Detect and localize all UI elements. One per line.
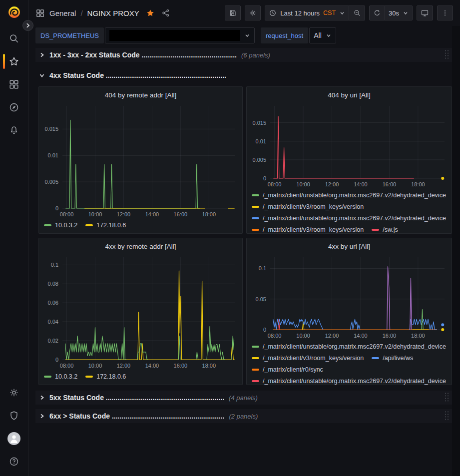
dashboard-settings-button[interactable] (245, 5, 261, 20)
grafana-logo[interactable] (0, 5, 28, 19)
panel-legend: 10.0.3.2172.18.0.6 (39, 371, 242, 385)
legend-item[interactable]: 172.18.0.6 (85, 222, 126, 229)
svg-text:08:00: 08:00 (268, 181, 282, 187)
svg-text:0.1: 0.1 (259, 265, 266, 271)
row-drag-handle[interactable] (444, 49, 450, 61)
share-dashboard-button[interactable] (161, 8, 170, 17)
legend-label: 10.0.3.2 (55, 222, 77, 229)
svg-text:16:00: 16:00 (383, 181, 397, 187)
legend-swatch (252, 229, 259, 231)
svg-text:0.04: 0.04 (48, 319, 58, 325)
panel-title[interactable]: 404 by remote addr [All] (39, 87, 242, 103)
svg-text:0.015: 0.015 (44, 126, 58, 132)
svg-text:14:00: 14:00 (145, 363, 159, 369)
row-title: 6xx > Status Code ......................… (49, 412, 224, 420)
sidebar-item-dashboards[interactable] (0, 73, 28, 96)
row-drag-handle[interactable] (444, 392, 450, 404)
legend-item[interactable]: /_matrix/client/v3/room_keys/version (252, 226, 364, 233)
legend-item[interactable]: 172.18.0.6 (85, 373, 126, 380)
panel-4xx-by-uri: 4xx by uri [All] 08:0010:0012:0014:0016:… (246, 238, 452, 385)
sidebar-expand-button[interactable] (22, 20, 33, 31)
star-filled-icon (146, 8, 155, 17)
legend-swatch (252, 217, 259, 219)
apps-grid-icon (8, 79, 19, 90)
sidebar-item-profile[interactable] (0, 427, 28, 450)
variable-ds-select[interactable] (105, 27, 255, 43)
legend-item[interactable]: /_matrix/client/r0/sync (252, 366, 323, 373)
dashboard-canvas: 1xx - 3xx - 2xx Status Code ............… (28, 45, 460, 476)
refresh-group: 30s (369, 5, 413, 20)
sidebar-item-search[interactable] (0, 27, 28, 50)
row-header-5xx[interactable]: 5xx Status Code ........................… (35, 391, 452, 405)
panel-title[interactable]: 4xx by remote addr [All] (39, 238, 242, 254)
svg-text:0.08: 0.08 (48, 281, 58, 287)
sidebar-item-starred[interactable] (0, 50, 28, 73)
sidebar-item-help[interactable] (0, 450, 28, 473)
refresh-interval-label: 30s (389, 9, 399, 17)
cycle-view-mode-button[interactable] (417, 5, 433, 20)
legend-swatch (252, 380, 259, 382)
variable-label: request_host (261, 27, 308, 43)
grafana-logo-icon (7, 5, 21, 19)
time-series-chart[interactable]: 08:0010:0012:0014:0016:0018:0000.050.1 (247, 254, 452, 341)
favorite-star-button[interactable] (146, 8, 155, 17)
more-options-button[interactable] (437, 5, 453, 20)
save-dashboard-button[interactable] (225, 5, 241, 20)
sidebar-item-alerting[interactable] (0, 119, 28, 142)
grafana-app: General / NGINX PROXY (0, 0, 460, 476)
bell-icon (8, 125, 19, 136)
legend-item[interactable]: /api/live/ws (372, 355, 413, 362)
variable-host-select[interactable]: All (309, 27, 336, 43)
svg-text:0: 0 (55, 205, 58, 211)
variable-label: DS_PROMETHEUS (35, 27, 104, 43)
variables-bar: DS_PROMETHEUS request_host All (28, 26, 460, 45)
refresh-button[interactable] (369, 5, 385, 20)
monitor-icon (421, 9, 429, 17)
zoom-out-time-button[interactable] (349, 5, 365, 20)
time-series-chart[interactable]: 08:0010:0012:0014:0016:0018:0000.0050.01… (247, 103, 452, 189)
variable-host-value: All (314, 31, 322, 39)
legend-label: /_matrix/client/v3/room_keys/version (263, 226, 364, 233)
svg-text:0.1: 0.1 (51, 262, 58, 268)
legend-item[interactable]: /_matrix/client/unstable/org.matrix.msc2… (252, 378, 446, 385)
dashboard-title[interactable]: NGINX PROXY (87, 9, 139, 17)
row-title: 5xx Status Code ........................… (49, 394, 224, 402)
legend-swatch (372, 229, 379, 231)
panel-title[interactable]: 4xx by uri [All] (247, 238, 452, 254)
legend-item[interactable]: 10.0.3.2 (44, 222, 77, 229)
time-series-chart[interactable]: 08:0010:0012:0014:0016:0018:0000.020.040… (39, 254, 242, 371)
row-header-4xx[interactable]: 4xx Status Code ........................… (35, 68, 452, 82)
sidebar-item-configuration[interactable] (0, 381, 28, 404)
svg-text:16:00: 16:00 (174, 211, 188, 217)
dashboard-grid-icon (35, 8, 45, 18)
legend-item[interactable]: /_matrix/client/unstable/org.matrix.msc2… (252, 192, 446, 199)
breadcrumb-folder[interactable]: General (49, 9, 76, 17)
chevron-down-icon (339, 10, 345, 16)
sidebar-item-server-admin[interactable] (0, 404, 28, 427)
breadcrumb-separator: / (80, 9, 82, 17)
legend-item[interactable]: /sw.js (372, 226, 398, 233)
time-picker-group: Last 12 hours CST (265, 5, 365, 20)
legend-item[interactable]: /_matrix/client/unstable/org.matrix.msc2… (252, 343, 446, 350)
legend-swatch (44, 376, 51, 378)
time-series-chart[interactable]: 08:0010:0012:0014:0016:0018:0000.0050.01… (39, 103, 242, 219)
row-drag-handle[interactable] (444, 411, 450, 423)
legend-item[interactable]: /_matrix/client/v3/room_keys/version (252, 203, 364, 210)
panel-title[interactable]: 404 by uri [All] (247, 87, 452, 103)
svg-text:0.015: 0.015 (252, 120, 266, 126)
legend-item[interactable]: /_matrix/client/unstable/org.matrix.msc2… (252, 215, 446, 222)
sidebar-item-explore[interactable] (0, 96, 28, 119)
legend-item[interactable]: /_matrix/client/v3/room_keys/version (252, 355, 364, 362)
svg-text:14:00: 14:00 (354, 181, 368, 187)
legend-row: /_matrix/client/unstable/org.matrix.msc2… (252, 189, 452, 201)
row-header-6xx[interactable]: 6xx > Status Code ......................… (35, 409, 452, 423)
row-title: 1xx - 3xx - 2xx Status Code ............… (49, 51, 237, 59)
legend-item[interactable]: 10.0.3.2 (44, 373, 77, 380)
legend-row: /_matrix/client/v3/room_keys/version/sw.… (252, 224, 452, 233)
row-panel-count: (6 panels) (241, 51, 270, 59)
panel-row-2: 4xx by remote addr [All] 08:0010:0012:00… (38, 238, 452, 385)
row-header-1xx-3xx-2xx[interactable]: 1xx - 3xx - 2xx Status Code ............… (35, 48, 452, 62)
refresh-interval-picker[interactable]: 30s (385, 5, 413, 20)
svg-text:12:00: 12:00 (325, 181, 339, 187)
time-range-picker[interactable]: Last 12 hours CST (265, 5, 349, 20)
